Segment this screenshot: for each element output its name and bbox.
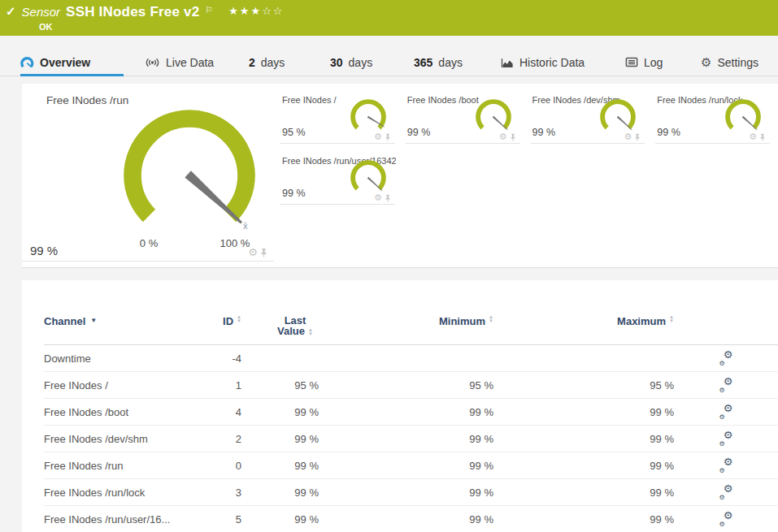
table-row: Free INodes /boot 4 99 % 99 % 99 % ⚙⚙ [44, 399, 778, 426]
gear-icon[interactable]: ⚙ [624, 132, 632, 141]
sort-icons: ▲▼ [308, 328, 313, 335]
gauge-title: Free INodes /run/lock [657, 95, 742, 105]
gear-icon: ⚙ [724, 376, 733, 387]
channel-id: 5 [194, 513, 241, 526]
priority-flag-icon: ⚐ [205, 4, 213, 15]
small-gauges-grid: Free INodes / 95 % ⚙ Free INodes /boot [280, 90, 770, 205]
status-check-icon: ✓ [6, 3, 16, 19]
gauge-value: 99 % [282, 188, 306, 199]
edit-channel-gears-icon[interactable]: ⚙⚙ [719, 460, 733, 472]
tab-label: days [349, 56, 373, 69]
pin-icon[interactable] [260, 248, 267, 257]
gear-icon: ⚙ [719, 441, 725, 448]
gauge-value: 99 % [30, 244, 58, 257]
gauge-scale-max: 100 % [219, 237, 251, 249]
maximum-value: 99 % [493, 406, 674, 418]
tab-label: Live Data [166, 56, 214, 69]
gear-icon: ⚙ [724, 403, 733, 413]
live-broadcast-icon [145, 57, 160, 68]
channel-name: Free INodes /dev/shm [44, 433, 194, 445]
table-row: Free INodes / 1 95 % 95 % 95 % ⚙⚙ [44, 372, 778, 399]
gauge-title: Free INodes /dev/shm [532, 95, 620, 105]
gear-icon: ⚙ [701, 56, 711, 68]
gauge-scale-min: 0 % [135, 237, 163, 249]
gauge-value: 99 % [532, 127, 556, 138]
tab-live-data[interactable]: Live Data [145, 49, 226, 76]
tab-number: 30 [330, 56, 343, 69]
maximum-value: 99 % [493, 513, 674, 526]
gear-icon: ⚙ [719, 495, 725, 501]
maximum-value: 95 % [493, 379, 674, 391]
sort-desc-icon: ▼ [90, 315, 97, 326]
sensor-title: SSH INodes Free v2 [66, 3, 199, 21]
column-label: ID [223, 315, 233, 327]
channel-name: Free INodes /run/user/16... [44, 513, 194, 526]
gear-icon[interactable]: ⚙ [374, 193, 382, 202]
area-chart-icon [501, 57, 514, 68]
column-header-maximum[interactable]: Maximum ▲▼ [493, 315, 674, 327]
gauge-value: 99 % [407, 127, 431, 138]
last-value: 99 % [241, 433, 319, 445]
tab-label: Historic Data [519, 56, 585, 69]
edit-channel-gears-icon[interactable]: ⚙⚙ [719, 513, 733, 526]
gear-icon: ⚙ [724, 510, 733, 521]
gear-icon: ⚙ [724, 456, 733, 467]
maximum-value: 99 % [493, 433, 674, 445]
column-header-id[interactable]: ID ▲▼ [194, 315, 241, 327]
edit-channel-gears-icon[interactable]: ⚙⚙ [719, 433, 733, 445]
channel-name: Free INodes /boot [44, 406, 194, 418]
gear-icon: ⚙ [724, 430, 733, 440]
table-header-row: Channel ▼ ID ▲▼ Last Value▲▼ Minimum ▲▼ … [44, 280, 778, 345]
gauge-title: Free INodes / [282, 95, 337, 105]
gear-icon[interactable]: ⚙ [499, 132, 507, 141]
edit-channel-gears-icon[interactable]: ⚙⚙ [719, 379, 733, 391]
pin-icon[interactable] [634, 133, 641, 141]
gauge-card: Free INodes /run/lock 99 % ⚙ [655, 90, 770, 144]
gear-icon[interactable]: ⚙ [374, 132, 382, 141]
column-header-channel[interactable]: Channel ▼ [44, 315, 194, 327]
priority-stars[interactable]: ★★★☆☆ [228, 4, 284, 19]
channel-name: Free INodes / [44, 379, 194, 391]
tab-label: Overview [40, 56, 90, 69]
table-row: Free INodes /run/user/16... 5 99 % 99 % … [44, 506, 778, 532]
gear-icon: ⚙ [724, 349, 733, 360]
tab-historic-data[interactable]: Historic Data [501, 49, 602, 76]
table-row: Free INodes /run/lock 3 99 % 99 % 99 % ⚙… [44, 479, 778, 506]
edit-channel-gears-icon[interactable]: ⚙⚙ [719, 353, 733, 365]
maximum-value: 99 % [493, 460, 674, 472]
status-badge: OK [39, 22, 53, 32]
channel-name: Free INodes /run/lock [44, 487, 194, 499]
last-value: 99 % [241, 460, 319, 472]
tab-label: Settings [717, 56, 758, 69]
gear-icon[interactable]: ⚙ [749, 132, 757, 141]
tab-365-days[interactable]: 365 days [414, 49, 479, 76]
tab-label: Log [644, 56, 663, 69]
channel-id: 4 [194, 406, 241, 418]
gear-icon[interactable]: ⚙ [248, 247, 258, 257]
tab-number: 365 [414, 56, 432, 69]
tab-log[interactable]: Log [625, 49, 678, 76]
channel-id: 3 [194, 487, 241, 499]
channel-id: 0 [194, 460, 241, 472]
edit-channel-gears-icon[interactable]: ⚙⚙ [719, 487, 733, 499]
tab-settings[interactable]: ⚙ Settings [701, 49, 764, 76]
gear-icon: ⚙ [719, 387, 725, 394]
pin-icon[interactable] [759, 133, 766, 141]
pin-icon[interactable] [510, 133, 516, 141]
column-header-last-value[interactable]: Last Value▲▼ [241, 315, 319, 336]
active-tab-underline [20, 74, 124, 76]
column-label: Minimum [439, 315, 485, 327]
tab-label: days [261, 56, 285, 69]
column-header-minimum[interactable]: Minimum ▲▼ [319, 315, 493, 327]
table-row: Free INodes /run 0 99 % 99 % 99 % ⚙⚙ [44, 452, 778, 479]
pin-icon[interactable] [385, 133, 391, 141]
gauge-icon [20, 56, 34, 69]
gauge-title: Free INodes /run/user/16342... [282, 156, 396, 166]
tab-2-days[interactable]: 2 days [249, 49, 307, 76]
tab-overview[interactable]: Overview [20, 49, 124, 76]
tab-30-days[interactable]: 30 days [330, 49, 389, 76]
tab-number: 2 [249, 56, 255, 69]
channel-id: 1 [194, 379, 241, 391]
edit-channel-gears-icon[interactable]: ⚙⚙ [719, 406, 733, 418]
pin-icon[interactable] [385, 194, 391, 202]
